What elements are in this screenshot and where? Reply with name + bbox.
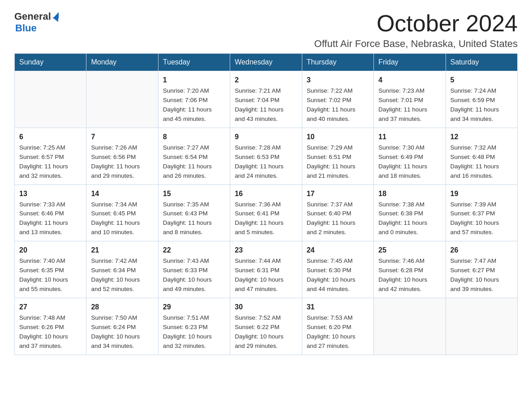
calendar-cell: 4Sunrise: 7:23 AM Sunset: 7:01 PM Daylig… [374, 71, 446, 128]
day-info: Sunrise: 7:52 AM Sunset: 6:22 PM Dayligh… [235, 313, 297, 351]
calendar-week-row: 27Sunrise: 7:48 AM Sunset: 6:26 PM Dayli… [15, 298, 518, 355]
calendar-week-row: 13Sunrise: 7:33 AM Sunset: 6:46 PM Dayli… [15, 184, 518, 241]
day-info: Sunrise: 7:26 AM Sunset: 6:56 PM Dayligh… [91, 143, 153, 181]
calendar-cell: 27Sunrise: 7:48 AM Sunset: 6:26 PM Dayli… [15, 298, 86, 355]
day-number: 7 [91, 132, 153, 142]
calendar-cell: 19Sunrise: 7:39 AM Sunset: 6:37 PM Dayli… [446, 184, 517, 241]
calendar-header-tuesday: Tuesday [158, 54, 230, 71]
calendar-cell: 22Sunrise: 7:43 AM Sunset: 6:33 PM Dayli… [158, 241, 230, 298]
day-info: Sunrise: 7:33 AM Sunset: 6:46 PM Dayligh… [19, 200, 82, 238]
day-info: Sunrise: 7:42 AM Sunset: 6:34 PM Dayligh… [91, 257, 153, 294]
day-number: 27 [19, 302, 82, 313]
calendar-cell: 24Sunrise: 7:45 AM Sunset: 6:30 PM Dayli… [302, 241, 373, 298]
day-info: Sunrise: 7:38 AM Sunset: 6:38 PM Dayligh… [378, 200, 441, 238]
day-number: 19 [450, 188, 513, 199]
day-number: 30 [235, 302, 297, 313]
day-number: 26 [450, 245, 513, 256]
calendar-cell: 25Sunrise: 7:46 AM Sunset: 6:28 PM Dayli… [374, 241, 446, 298]
day-number: 18 [378, 188, 441, 199]
calendar-cell: 10Sunrise: 7:29 AM Sunset: 6:51 PM Dayli… [302, 128, 373, 184]
day-number: 31 [307, 302, 369, 313]
logo-blue-text: Blue [15, 22, 59, 34]
day-info: Sunrise: 7:21 AM Sunset: 7:04 PM Dayligh… [235, 86, 297, 124]
calendar-cell: 2Sunrise: 7:21 AM Sunset: 7:04 PM Daylig… [230, 71, 302, 128]
day-number: 24 [307, 245, 369, 256]
calendar-cell: 21Sunrise: 7:42 AM Sunset: 6:34 PM Dayli… [86, 241, 158, 298]
day-info: Sunrise: 7:36 AM Sunset: 6:41 PM Dayligh… [235, 200, 297, 238]
day-number: 17 [307, 188, 369, 199]
calendar-cell [15, 71, 86, 128]
day-info: Sunrise: 7:27 AM Sunset: 6:54 PM Dayligh… [163, 143, 225, 181]
day-info: Sunrise: 7:44 AM Sunset: 6:31 PM Dayligh… [235, 257, 297, 294]
calendar-cell: 11Sunrise: 7:30 AM Sunset: 6:49 PM Dayli… [374, 128, 446, 184]
day-info: Sunrise: 7:35 AM Sunset: 6:43 PM Dayligh… [163, 200, 225, 238]
day-info: Sunrise: 7:24 AM Sunset: 6:59 PM Dayligh… [450, 86, 513, 124]
day-number: 5 [450, 75, 513, 86]
day-info: Sunrise: 7:20 AM Sunset: 7:06 PM Dayligh… [163, 86, 225, 124]
day-info: Sunrise: 7:29 AM Sunset: 6:51 PM Dayligh… [307, 143, 369, 181]
day-info: Sunrise: 7:47 AM Sunset: 6:27 PM Dayligh… [450, 257, 513, 294]
day-number: 25 [378, 245, 441, 256]
calendar-week-row: 1Sunrise: 7:20 AM Sunset: 7:06 PM Daylig… [15, 71, 518, 128]
calendar-cell: 16Sunrise: 7:36 AM Sunset: 6:41 PM Dayli… [230, 184, 302, 241]
day-number: 13 [19, 188, 82, 199]
calendar-cell: 1Sunrise: 7:20 AM Sunset: 7:06 PM Daylig… [158, 71, 230, 128]
calendar-cell: 3Sunrise: 7:22 AM Sunset: 7:02 PM Daylig… [302, 71, 373, 128]
day-number: 15 [163, 188, 225, 199]
day-info: Sunrise: 7:51 AM Sunset: 6:23 PM Dayligh… [163, 313, 225, 351]
day-info: Sunrise: 7:45 AM Sunset: 6:30 PM Dayligh… [307, 257, 369, 294]
day-number: 28 [91, 302, 153, 313]
day-number: 2 [235, 75, 297, 86]
day-info: Sunrise: 7:28 AM Sunset: 6:53 PM Dayligh… [235, 143, 297, 181]
day-number: 11 [378, 132, 441, 142]
calendar-cell: 17Sunrise: 7:37 AM Sunset: 6:40 PM Dayli… [302, 184, 373, 241]
day-info: Sunrise: 7:34 AM Sunset: 6:45 PM Dayligh… [91, 200, 153, 238]
calendar-cell: 5Sunrise: 7:24 AM Sunset: 6:59 PM Daylig… [446, 71, 517, 128]
day-number: 29 [163, 302, 225, 313]
logo-general-text: General [14, 11, 51, 22]
day-number: 10 [307, 132, 369, 142]
day-number: 9 [235, 132, 297, 142]
title-block: October 2024 Offutt Air Force Base, Nebr… [314, 11, 518, 50]
day-info: Sunrise: 7:43 AM Sunset: 6:33 PM Dayligh… [163, 257, 225, 294]
day-info: Sunrise: 7:23 AM Sunset: 7:01 PM Dayligh… [378, 86, 441, 124]
calendar-header-thursday: Thursday [302, 54, 373, 71]
calendar-table: SundayMondayTuesdayWednesdayThursdayFrid… [14, 53, 518, 355]
day-info: Sunrise: 7:39 AM Sunset: 6:37 PM Dayligh… [450, 200, 513, 238]
page-header: General Blue October 2024 Offutt Air For… [14, 11, 518, 50]
calendar-header-saturday: Saturday [446, 54, 517, 71]
logo: General Blue [14, 11, 59, 34]
calendar-week-row: 6Sunrise: 7:25 AM Sunset: 6:57 PM Daylig… [15, 128, 518, 184]
calendar-cell: 14Sunrise: 7:34 AM Sunset: 6:45 PM Dayli… [86, 184, 158, 241]
calendar-header-row: SundayMondayTuesdayWednesdayThursdayFrid… [15, 54, 518, 71]
calendar-week-row: 20Sunrise: 7:40 AM Sunset: 6:35 PM Dayli… [15, 241, 518, 298]
day-number: 22 [163, 245, 225, 256]
calendar-cell: 15Sunrise: 7:35 AM Sunset: 6:43 PM Dayli… [158, 184, 230, 241]
calendar-cell: 26Sunrise: 7:47 AM Sunset: 6:27 PM Dayli… [446, 241, 517, 298]
day-info: Sunrise: 7:22 AM Sunset: 7:02 PM Dayligh… [307, 86, 369, 124]
day-number: 20 [19, 245, 82, 256]
calendar-header-monday: Monday [86, 54, 158, 71]
day-info: Sunrise: 7:53 AM Sunset: 6:20 PM Dayligh… [307, 313, 369, 351]
day-number: 12 [450, 132, 513, 142]
calendar-cell: 29Sunrise: 7:51 AM Sunset: 6:23 PM Dayli… [158, 298, 230, 355]
day-number: 14 [91, 188, 153, 199]
calendar-header-wednesday: Wednesday [230, 54, 302, 71]
day-info: Sunrise: 7:30 AM Sunset: 6:49 PM Dayligh… [378, 143, 441, 181]
calendar-cell: 20Sunrise: 7:40 AM Sunset: 6:35 PM Dayli… [15, 241, 86, 298]
day-number: 8 [163, 132, 225, 142]
day-number: 23 [235, 245, 297, 256]
calendar-cell: 30Sunrise: 7:52 AM Sunset: 6:22 PM Dayli… [230, 298, 302, 355]
calendar-cell: 23Sunrise: 7:44 AM Sunset: 6:31 PM Dayli… [230, 241, 302, 298]
day-info: Sunrise: 7:32 AM Sunset: 6:48 PM Dayligh… [450, 143, 513, 181]
day-info: Sunrise: 7:25 AM Sunset: 6:57 PM Dayligh… [19, 143, 82, 181]
day-info: Sunrise: 7:46 AM Sunset: 6:28 PM Dayligh… [378, 257, 441, 294]
calendar-cell: 12Sunrise: 7:32 AM Sunset: 6:48 PM Dayli… [446, 128, 517, 184]
day-number: 4 [378, 75, 441, 86]
calendar-cell: 8Sunrise: 7:27 AM Sunset: 6:54 PM Daylig… [158, 128, 230, 184]
calendar-cell: 13Sunrise: 7:33 AM Sunset: 6:46 PM Dayli… [15, 184, 86, 241]
day-info: Sunrise: 7:50 AM Sunset: 6:24 PM Dayligh… [91, 313, 153, 351]
day-number: 3 [307, 75, 369, 86]
day-info: Sunrise: 7:48 AM Sunset: 6:26 PM Dayligh… [19, 313, 82, 351]
calendar-cell [374, 298, 446, 355]
